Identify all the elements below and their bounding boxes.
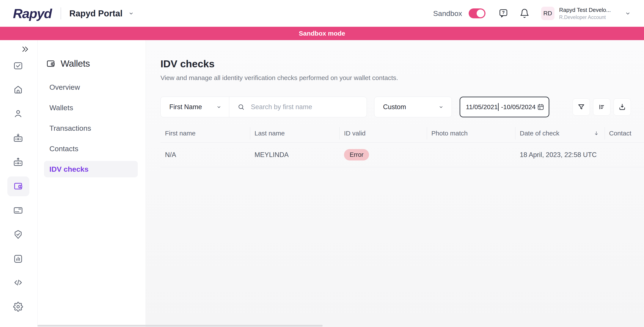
sidebar-item-wallets[interactable]: Wallets xyxy=(44,100,138,116)
column-header-date-of-check[interactable]: Date of check xyxy=(515,127,604,140)
rail-item-reports[interactable] xyxy=(12,253,24,265)
logo-divider xyxy=(60,7,61,20)
payout-card-icon xyxy=(13,157,23,167)
code-icon xyxy=(13,278,23,288)
sidebar-title: Wallets xyxy=(60,58,90,69)
date-end: 10/05/2024 xyxy=(503,103,536,111)
date-start: 11/05/2021 xyxy=(466,103,498,111)
sidebar-nav: Overview Wallets Transactions Contacts I… xyxy=(44,79,138,182)
cell-date-of-check: 18 April, 2023, 22:58 UTC xyxy=(515,151,604,159)
double-chevron-right-icon xyxy=(20,45,30,54)
sidebar-item-idv-checks[interactable]: IDV checks xyxy=(44,161,138,177)
rail-item-disburse[interactable] xyxy=(12,156,24,168)
rail-item-home[interactable] xyxy=(12,84,24,96)
download-icon xyxy=(618,103,626,111)
rail-item-wallets[interactable] xyxy=(12,180,24,192)
cell-id-valid: Error xyxy=(340,149,427,160)
download-button[interactable] xyxy=(614,98,631,116)
shield-check-icon xyxy=(13,230,23,240)
icon-rail xyxy=(0,40,38,327)
column-label: Last name xyxy=(254,130,285,137)
topbar-right: Sandbox ? RD Rapyd Test Develo... R.Deve… xyxy=(433,7,631,20)
column-label: Date of check xyxy=(520,130,559,137)
sidebar-header: Wallets xyxy=(46,58,90,69)
portal-switcher[interactable]: Rapyd Portal xyxy=(69,9,134,18)
search-input[interactable] xyxy=(251,103,360,111)
account-subtitle: R.Developer Account xyxy=(559,14,611,20)
sidebar-item-overview[interactable]: Overview xyxy=(44,79,138,95)
page-subtitle: View and manage all identity verificatio… xyxy=(160,74,398,82)
svg-text:?: ? xyxy=(502,10,504,15)
rail-item-developers[interactable] xyxy=(12,276,24,288)
text-cursor xyxy=(498,103,499,111)
bell-icon xyxy=(520,8,530,18)
funnel-icon xyxy=(577,103,585,111)
chevron-down-icon xyxy=(438,104,444,110)
wallet-icon xyxy=(46,59,56,68)
notifications-button[interactable] xyxy=(520,8,530,18)
help-button[interactable]: ? xyxy=(498,8,508,18)
sidebar-item-label: Contacts xyxy=(50,144,78,153)
sidebar-item-transactions[interactable]: Transactions xyxy=(44,120,138,136)
sidebar-item-label: Transactions xyxy=(50,124,91,132)
column-label: First name xyxy=(165,130,196,137)
rail-item-verify[interactable] xyxy=(12,228,24,240)
idv-checks-table: First name Last name ID valid Photo matc… xyxy=(160,124,644,167)
sidebar-item-label: IDV checks xyxy=(50,165,88,174)
avatar[interactable]: RD xyxy=(541,7,554,20)
bar-chart-icon xyxy=(13,254,23,264)
gear-icon xyxy=(13,302,23,312)
toggle-knob xyxy=(477,10,484,17)
filter-button[interactable] xyxy=(572,98,590,116)
page-title: IDV checks xyxy=(160,58,214,70)
column-header-first-name[interactable]: First name xyxy=(160,127,250,140)
search-control: First Name xyxy=(160,97,367,117)
rail-item-collect[interactable] xyxy=(12,132,24,144)
search-field-dropdown[interactable]: First Name xyxy=(161,97,229,117)
filter-row: First Name Custom 11/05/2021 xyxy=(160,97,631,117)
date-range-input[interactable]: 11/05/2021 - 10/05/2024 xyxy=(460,97,549,117)
sidebar-item-label: Wallets xyxy=(50,104,73,112)
column-header-id-valid[interactable]: ID valid xyxy=(340,127,427,140)
horizontal-scrollbar[interactable] xyxy=(38,325,323,326)
sidebar-item-contacts[interactable]: Contacts xyxy=(44,140,138,157)
sandbox-toggle[interactable] xyxy=(469,8,486,18)
sandbox-mode-label: Sandbox mode xyxy=(299,30,345,37)
sort-button[interactable] xyxy=(593,98,610,116)
date-separator: - xyxy=(501,103,503,111)
rail-item-settings[interactable] xyxy=(12,301,24,313)
chevron-down-icon xyxy=(128,10,134,16)
sandbox-label: Sandbox xyxy=(433,9,462,18)
sandbox-mode-banner: Sandbox mode xyxy=(0,27,644,40)
expand-sidebar-button[interactable] xyxy=(19,43,31,55)
card-icon xyxy=(13,205,23,215)
avatar-initials: RD xyxy=(543,10,552,17)
rail-item-tasks[interactable] xyxy=(12,60,24,72)
wallets-sidebar: Wallets Overview Wallets Transactions Co… xyxy=(38,40,146,327)
account-menu-chevron[interactable] xyxy=(624,10,631,16)
rail-item-issuing[interactable] xyxy=(12,204,24,216)
sort-desc-arrow-icon[interactable] xyxy=(593,130,599,136)
search-field-value: First Name xyxy=(169,103,202,111)
cell-last-name: MEYLINDA xyxy=(250,151,340,159)
column-header-last-name[interactable]: Last name xyxy=(250,127,340,140)
column-label: Photo match xyxy=(431,130,468,137)
column-header-contact[interactable]: Contact xyxy=(604,127,644,140)
home-icon xyxy=(13,84,23,94)
check-square-icon xyxy=(13,61,23,71)
search-icon xyxy=(238,103,245,111)
account-meta: Rapyd Test Develo... R.Developer Account xyxy=(559,7,611,20)
column-header-photo-match[interactable]: Photo match xyxy=(427,127,515,140)
help-icon: ? xyxy=(498,8,508,18)
rail-item-clients[interactable] xyxy=(12,108,24,120)
account-name: Rapyd Test Develo... xyxy=(559,7,611,13)
rapyd-logo: Rapyd xyxy=(13,6,52,21)
cell-first-name: N/A xyxy=(160,151,250,159)
table-header-row: First name Last name ID valid Photo matc… xyxy=(160,124,644,142)
user-icon xyxy=(13,109,23,119)
table-row[interactable]: N/A MEYLINDA Error 18 April, 2023, 22:58… xyxy=(160,142,644,167)
status-badge: Error xyxy=(344,149,369,160)
date-range-dropdown[interactable]: Custom xyxy=(374,97,452,117)
date-range-text: 11/05/2021 - 10/05/2024 xyxy=(466,103,536,111)
main-content: IDV checks View and manage all identity … xyxy=(146,40,644,327)
